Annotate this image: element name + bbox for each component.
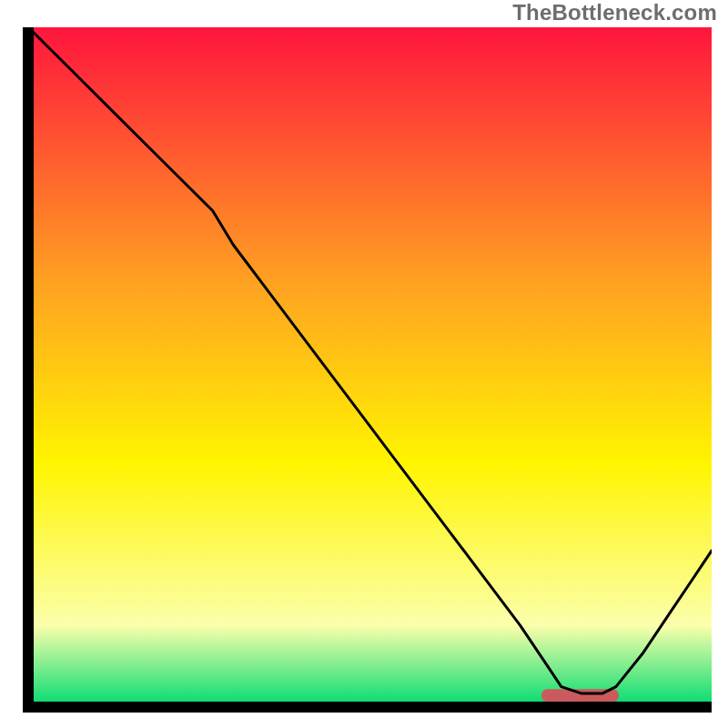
plot-area xyxy=(23,27,712,713)
plot-svg xyxy=(23,27,712,713)
chart-root: TheBottleneck.com xyxy=(0,0,728,728)
watermark-text: TheBottleneck.com xyxy=(512,0,717,25)
